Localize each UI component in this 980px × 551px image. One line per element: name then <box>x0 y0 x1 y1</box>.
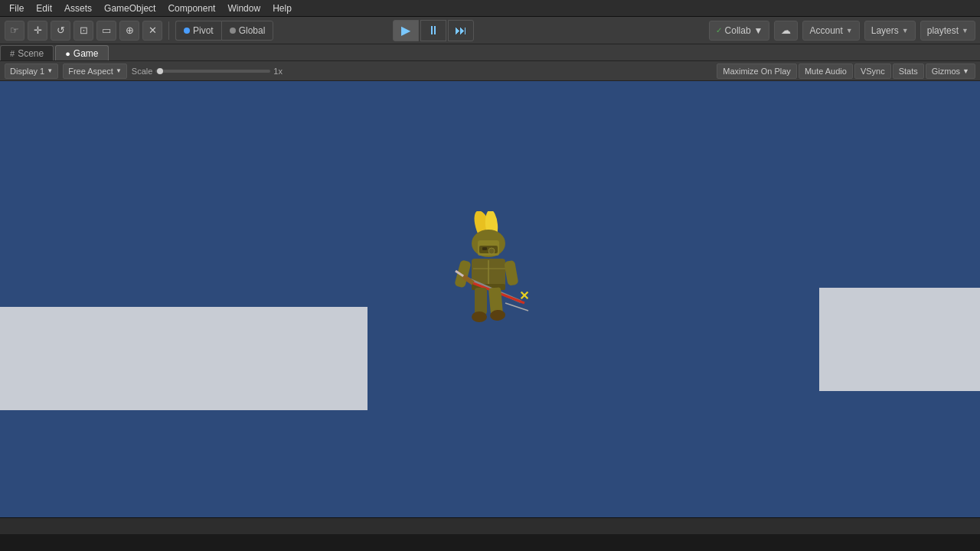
svg-text:✕: ✕ <box>519 289 529 302</box>
menu-gameobject[interactable]: GameObject <box>98 2 162 15</box>
svg-rect-11 <box>454 259 472 288</box>
tab-scene[interactable]: # Scene <box>0 45 54 60</box>
rotate-tool-button[interactable]: ↺ <box>51 21 70 41</box>
display-label: Display 1 <box>10 67 44 76</box>
game-viewport: ✕ <box>0 81 980 517</box>
platform-left <box>0 307 368 410</box>
display-arrow-icon: ▼ <box>47 67 53 74</box>
gizmos-label: Gizmos <box>932 67 960 76</box>
aspect-label: Free Aspect <box>68 67 113 76</box>
toolbar: ☞ ✛ ↺ ⊡ ▭ ⊕ ✕ Pivot Global ▶ ⏸ ⏭ ✓ Colla… <box>0 17 980 44</box>
scale-container: Scale 1x <box>132 67 283 76</box>
scene-tab-label: Scene <box>18 48 44 59</box>
move-tool-button[interactable]: ✛ <box>28 21 47 41</box>
account-button[interactable]: Account ▼ <box>802 21 859 41</box>
menu-help[interactable]: Help <box>266 2 298 15</box>
account-arrow-icon: ▼ <box>846 27 853 34</box>
scene-tab-icon: # <box>10 49 15 58</box>
aspect-dropdown[interactable]: Free Aspect ▼ <box>63 64 127 79</box>
collab-label: Collab <box>725 25 751 36</box>
svg-line-22 <box>505 303 528 311</box>
game-tab-label: Game <box>74 48 99 59</box>
pivot-label: Pivot <box>193 25 214 36</box>
rect-tool-button[interactable]: ▭ <box>96 21 116 41</box>
bottom-bar <box>0 517 980 534</box>
scale-label: Scale <box>132 67 153 76</box>
knight-svg: ✕ <box>444 211 544 334</box>
aspect-arrow-icon: ▼ <box>116 67 122 74</box>
cloud-button[interactable]: ☁ <box>774 21 798 41</box>
collab-button[interactable]: ✓ Collab ▼ <box>709 21 770 41</box>
svg-point-6 <box>488 248 495 254</box>
knight-character: ✕ <box>444 211 544 334</box>
custom-tool-button[interactable]: ✕ <box>142 21 162 41</box>
menu-component[interactable]: Component <box>162 2 221 15</box>
collab-check-icon: ✓ <box>716 26 722 34</box>
game-toolbar: Display 1 ▼ Free Aspect ▼ Scale 1x Maxim… <box>0 61 980 81</box>
pause-button[interactable]: ⏸ <box>420 20 446 41</box>
vsync-button[interactable]: VSync <box>854 64 891 79</box>
menu-window[interactable]: Window <box>221 2 266 15</box>
gizmos-button[interactable]: Gizmos ▼ <box>926 64 975 79</box>
playtest-button[interactable]: playtest ▼ <box>920 21 975 41</box>
svg-rect-17 <box>475 288 487 315</box>
scale-value: 1x <box>273 67 283 76</box>
menu-bar: File Edit Assets GameObject Component Wi… <box>0 0 980 17</box>
hand-tool-button[interactable]: ☞ <box>5 21 24 41</box>
gizmos-arrow-icon: ▼ <box>962 67 969 75</box>
playtest-label: playtest <box>927 25 959 36</box>
pivot-dot <box>184 28 190 34</box>
maximize-on-play-button[interactable]: Maximize On Play <box>717 64 797 79</box>
tab-bar: # Scene ● Game <box>0 44 980 61</box>
scale-bar[interactable] <box>155 70 270 73</box>
separator-1 <box>168 21 169 40</box>
stats-button[interactable]: Stats <box>893 64 924 79</box>
layers-label: Layers <box>871 25 899 36</box>
mute-audio-button[interactable]: Mute Audio <box>799 64 853 79</box>
right-game-buttons: Maximize On Play Mute Audio VSync Stats … <box>717 64 975 79</box>
game-tab-icon: ● <box>65 49 70 58</box>
layers-arrow-icon: ▼ <box>902 27 909 34</box>
menu-edit[interactable]: Edit <box>30 2 58 15</box>
play-controls: ▶ ⏸ ⏭ <box>393 20 474 41</box>
platform-right <box>819 288 980 391</box>
global-label: Global <box>239 25 266 36</box>
global-dot <box>230 28 236 34</box>
menu-assets[interactable]: Assets <box>58 2 98 15</box>
display-dropdown[interactable]: Display 1 ▼ <box>5 64 58 79</box>
scale-tool-button[interactable]: ⊡ <box>74 21 93 41</box>
svg-rect-5 <box>482 247 487 250</box>
account-label: Account <box>809 25 842 36</box>
play-button[interactable]: ▶ <box>393 20 419 41</box>
scale-handle[interactable] <box>157 68 163 74</box>
layers-button[interactable]: Layers ▼ <box>864 21 916 41</box>
svg-rect-16 <box>504 260 518 286</box>
svg-point-19 <box>472 311 487 322</box>
playtest-arrow-icon: ▼ <box>962 27 969 34</box>
pivot-global-group: Pivot Global <box>175 21 273 41</box>
pivot-button[interactable]: Pivot <box>175 21 221 41</box>
step-button[interactable]: ⏭ <box>448 20 474 41</box>
collab-arrow-icon: ▼ <box>754 25 763 36</box>
tab-game[interactable]: ● Game <box>55 45 108 60</box>
transform-tool-button[interactable]: ⊕ <box>119 21 139 41</box>
right-toolbar: ✓ Collab ▼ ☁ Account ▼ Layers ▼ playtest… <box>709 21 975 41</box>
menu-file[interactable]: File <box>3 2 30 15</box>
global-button[interactable]: Global <box>221 21 274 41</box>
